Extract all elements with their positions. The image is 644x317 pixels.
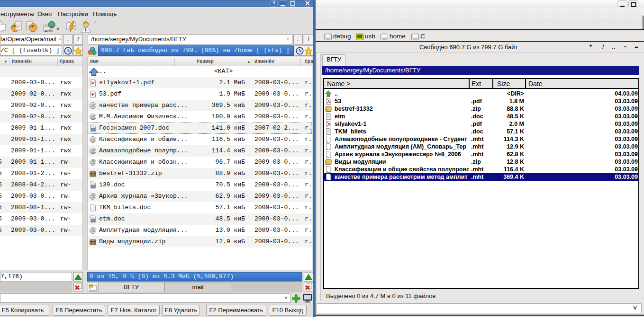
svg-text:@: @ bbox=[90, 103, 95, 108]
svg-text:@: @ bbox=[90, 228, 95, 233]
svg-text:@: @ bbox=[90, 137, 95, 142]
svg-text:@: @ bbox=[90, 148, 95, 154]
svg-text:@: @ bbox=[90, 159, 95, 165]
svg-text:@: @ bbox=[90, 194, 95, 199]
svg-text:@: @ bbox=[90, 114, 95, 120]
